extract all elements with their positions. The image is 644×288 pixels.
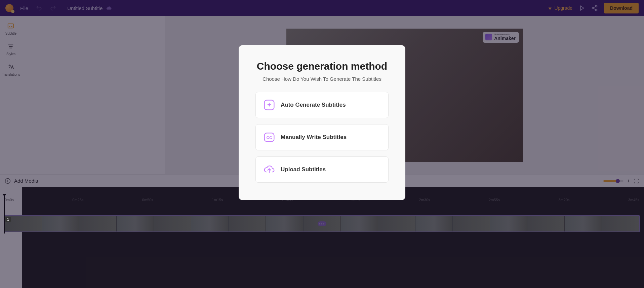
option-manual-write[interactable]: CC Manually Write Subtitles (255, 124, 389, 150)
option-label: Upload Subtitles (281, 166, 326, 173)
modal-subtitle: Choose How Do You Wish To Generate The S… (255, 76, 389, 82)
modal-title: Choose generation method (255, 61, 389, 72)
svg-text:CC: CC (267, 135, 272, 140)
generation-modal: Choose generation method Choose How Do Y… (239, 45, 405, 200)
track-index-badge: 1 (5, 217, 11, 222)
sparkle-icon (263, 99, 275, 111)
cc-icon: CC (263, 131, 275, 143)
option-label: Auto Generate Subtitles (281, 102, 346, 108)
modal-overlay[interactable]: Choose generation method Choose How Do Y… (0, 0, 644, 288)
option-upload-subtitles[interactable]: Upload Subtitles (255, 156, 389, 183)
cloud-upload-icon (263, 164, 275, 176)
option-label: Manually Write Subtitles (281, 134, 347, 141)
option-auto-generate[interactable]: Auto Generate Subtitles (255, 92, 389, 118)
